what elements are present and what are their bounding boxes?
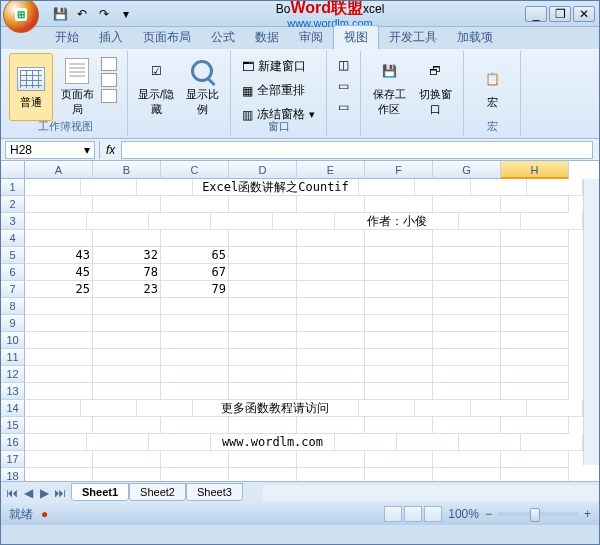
cell-C6[interactable]: 67 — [161, 264, 229, 281]
cell-A1[interactable] — [25, 179, 81, 196]
tab-review[interactable]: 审阅 — [289, 26, 333, 49]
cell-G17[interactable] — [433, 451, 501, 468]
cell-E18[interactable] — [297, 468, 365, 481]
cell-H3[interactable] — [521, 213, 583, 230]
cell-A7[interactable]: 25 — [25, 281, 93, 298]
cell-E9[interactable] — [297, 315, 365, 332]
sheet-tab-1[interactable]: Sheet1 — [71, 483, 129, 501]
cell-C15[interactable] — [161, 417, 229, 434]
cell-B17[interactable] — [93, 451, 161, 468]
undo-button[interactable]: ↶ — [73, 5, 91, 23]
cell-B11[interactable] — [93, 349, 161, 366]
row-header-7[interactable]: 7 — [1, 281, 25, 298]
switch-windows-button[interactable]: 🗗 切换窗口 — [413, 53, 457, 121]
sheet-tab-2[interactable]: Sheet2 — [129, 483, 186, 501]
cell-E10[interactable] — [297, 332, 365, 349]
save-button[interactable]: 💾 — [51, 5, 69, 23]
cell-A5[interactable]: 43 — [25, 247, 93, 264]
office-button[interactable]: ⊞ — [3, 0, 39, 33]
cell-D3[interactable] — [211, 213, 273, 230]
save-workspace-button[interactable]: 💾 保存工作区 — [367, 53, 411, 121]
cell-E3[interactable] — [273, 213, 335, 230]
cell-D17[interactable] — [229, 451, 297, 468]
cell-H16[interactable] — [521, 434, 583, 451]
cell-D7[interactable] — [229, 281, 297, 298]
cell-G9[interactable] — [433, 315, 501, 332]
row-header-15[interactable]: 15 — [1, 417, 25, 434]
cell-F10[interactable] — [365, 332, 433, 349]
unhide-button[interactable]: ▭ — [333, 97, 354, 117]
cell-A3[interactable] — [25, 213, 87, 230]
cell-B18[interactable] — [93, 468, 161, 481]
cell-H5[interactable] — [501, 247, 569, 264]
view3-icon[interactable] — [101, 89, 117, 103]
cell-G13[interactable] — [433, 383, 501, 400]
vertical-scrollbar[interactable] — [583, 179, 599, 465]
cell-C14[interactable] — [137, 400, 193, 417]
cell-E1[interactable] — [359, 179, 415, 196]
cell-G14[interactable] — [471, 400, 527, 417]
cell-F15[interactable] — [365, 417, 433, 434]
cell-H7[interactable] — [501, 281, 569, 298]
cell-A11[interactable] — [25, 349, 93, 366]
cell-A15[interactable] — [25, 417, 93, 434]
cell-B13[interactable] — [93, 383, 161, 400]
cell-C12[interactable] — [161, 366, 229, 383]
cell-A4[interactable] — [25, 230, 93, 247]
normal-view-icon[interactable] — [384, 506, 402, 522]
view2-icon[interactable] — [101, 73, 117, 87]
cell-D15[interactable] — [229, 417, 297, 434]
cell-G5[interactable] — [433, 247, 501, 264]
cell-D11[interactable] — [229, 349, 297, 366]
cell-F17[interactable] — [365, 451, 433, 468]
cell-B16[interactable] — [87, 434, 149, 451]
cell-G2[interactable] — [433, 196, 501, 213]
cell-E7[interactable] — [297, 281, 365, 298]
sheet-nav-first[interactable]: ⏮ — [5, 486, 19, 500]
tab-view[interactable]: 视图 — [333, 25, 379, 49]
cell-G7[interactable] — [433, 281, 501, 298]
row-header-18[interactable]: 18 — [1, 468, 25, 481]
row-header-5[interactable]: 5 — [1, 247, 25, 264]
column-header-E[interactable]: E — [297, 161, 365, 179]
qat-dropdown[interactable]: ▾ — [117, 5, 135, 23]
page-layout-button[interactable]: 页面布局 — [55, 53, 99, 121]
cell-A2[interactable] — [25, 196, 93, 213]
row-header-10[interactable]: 10 — [1, 332, 25, 349]
tab-pagelayout[interactable]: 页面布局 — [133, 26, 201, 49]
cell-D14[interactable]: 更多函数教程请访问 — [193, 400, 359, 417]
tab-formulas[interactable]: 公式 — [201, 26, 245, 49]
cell-A16[interactable] — [25, 434, 87, 451]
cell-D18[interactable] — [229, 468, 297, 481]
cell-G11[interactable] — [433, 349, 501, 366]
cell-C13[interactable] — [161, 383, 229, 400]
macros-button[interactable]: 📋 宏 — [470, 53, 514, 121]
cell-F18[interactable] — [365, 468, 433, 481]
cell-A18[interactable] — [25, 468, 93, 481]
cell-A17[interactable] — [25, 451, 93, 468]
cell-H8[interactable] — [501, 298, 569, 315]
cell-B15[interactable] — [93, 417, 161, 434]
cell-H4[interactable] — [501, 230, 569, 247]
cell-D13[interactable] — [229, 383, 297, 400]
row-header-13[interactable]: 13 — [1, 383, 25, 400]
cell-F3[interactable]: 作者：小俊 — [335, 213, 459, 230]
cell-D12[interactable] — [229, 366, 297, 383]
sheet-tab-3[interactable]: Sheet3 — [186, 483, 243, 501]
cell-H12[interactable] — [501, 366, 569, 383]
cell-H11[interactable] — [501, 349, 569, 366]
zoom-in-button[interactable]: + — [584, 507, 591, 521]
row-header-3[interactable]: 3 — [1, 213, 25, 230]
cell-C7[interactable]: 79 — [161, 281, 229, 298]
name-box[interactable]: H28▾ — [5, 141, 95, 159]
cell-H2[interactable] — [501, 196, 569, 213]
cell-E12[interactable] — [297, 366, 365, 383]
cell-D1[interactable]: Excel函数讲解之Countif — [193, 179, 359, 196]
cell-G15[interactable] — [433, 417, 501, 434]
cell-A9[interactable] — [25, 315, 93, 332]
cell-H17[interactable] — [501, 451, 569, 468]
horizontal-scrollbar[interactable] — [263, 485, 599, 501]
cell-G6[interactable] — [433, 264, 501, 281]
cell-B1[interactable] — [81, 179, 137, 196]
cell-G4[interactable] — [433, 230, 501, 247]
